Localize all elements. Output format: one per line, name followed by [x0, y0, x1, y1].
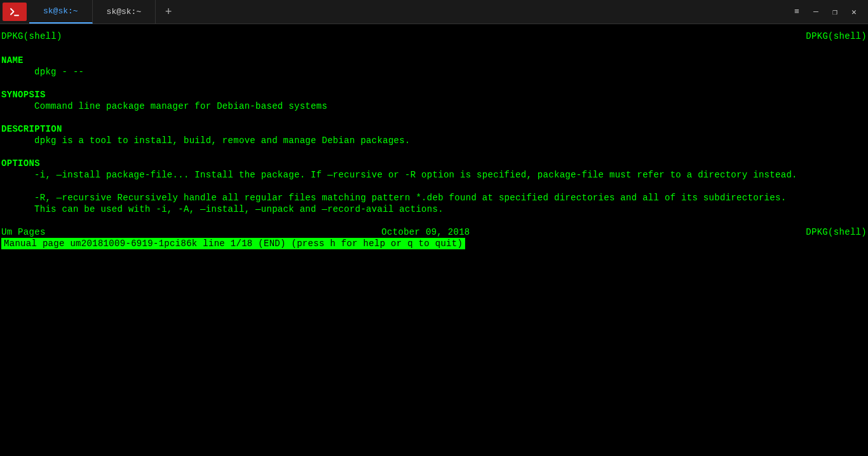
footer-left: Um Pages [1, 226, 46, 238]
section-options: OPTIONS [0, 158, 868, 169]
window-controls: ≡ — ❐ ✕ [792, 0, 868, 24]
footer-center: October 09, 2018 [381, 226, 470, 238]
option-recursive-line1: -R, —recursive Recursively handle all re… [0, 192, 868, 204]
man-header-right: DPKG(shell) [806, 31, 867, 42]
section-name: NAME [0, 55, 868, 66]
tab-bar: sk@sk:~ sk@sk:~ + [29, 0, 792, 24]
man-header-left: DPKG(shell) [1, 31, 62, 42]
pager-status-line: Manual page um20181009-6919-1pci86k line… [1, 238, 465, 249]
name-text: dpkg - -- [0, 66, 868, 78]
terminal-content[interactable]: DPKG(shell) DPKG(shell) NAME dpkg - -- S… [0, 24, 868, 249]
synopsis-text: Command line package manager for Debian-… [0, 100, 868, 112]
section-synopsis: SYNOPSIS [0, 89, 868, 100]
maximize-button[interactable]: ❐ [830, 7, 840, 17]
man-header: DPKG(shell) DPKG(shell) [0, 24, 868, 43]
description-text: dpkg is a tool to install, build, remove… [0, 135, 868, 146]
close-button[interactable]: ✕ [849, 7, 859, 17]
menu-icon[interactable]: ≡ [792, 7, 802, 17]
minimize-button[interactable]: — [811, 7, 821, 17]
terminal-app-icon [3, 3, 27, 21]
option-recursive-line2: This can be used with -i, -A, —install, … [0, 204, 868, 215]
section-description: DESCRIPTION [0, 123, 868, 135]
tab-active[interactable]: sk@sk:~ [29, 0, 93, 24]
tab-inactive[interactable]: sk@sk:~ [93, 0, 156, 24]
titlebar: sk@sk:~ sk@sk:~ + ≡ — ❐ ✕ [0, 0, 868, 24]
option-install: -i, —install package-file... Install the… [0, 169, 868, 181]
man-footer: Um Pages October 09, 2018 DPKG(shell) [0, 226, 868, 238]
new-tab-button[interactable]: + [156, 0, 181, 24]
footer-right: DPKG(shell) [806, 226, 867, 238]
